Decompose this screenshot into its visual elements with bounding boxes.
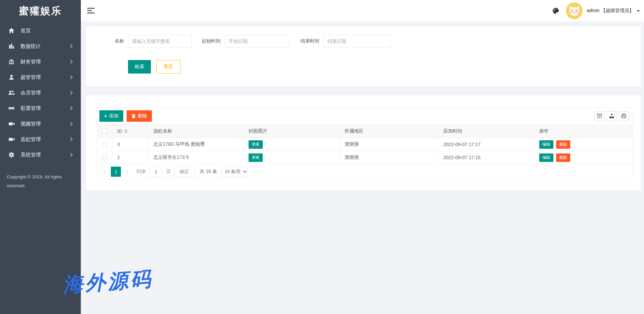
sidebar: 蜜獾娱乐 首页 数据统计 财务管理 超管管理	[0, 0, 81, 314]
edit-button[interactable]: 编辑	[539, 153, 553, 162]
table-tools	[592, 111, 629, 121]
delete-button[interactable]: 删除	[127, 110, 152, 122]
home-icon	[8, 27, 15, 34]
column-header-region: 所属地区	[340, 124, 438, 138]
add-button[interactable]: + 添加	[99, 110, 123, 122]
menu-toggle-icon[interactable]	[87, 8, 95, 13]
sidebar-item-stats[interactable]: 数据统计	[0, 38, 81, 54]
chevron-right-icon	[69, 75, 72, 79]
column-header-name: 选妃名称	[148, 124, 244, 138]
view-button[interactable]: 查看	[249, 140, 263, 149]
sidebar-item-superadmin[interactable]: 超管管理	[0, 69, 81, 85]
copyright-text: Copyright © 2019. All rights reserved.	[0, 173, 74, 190]
goto-page-input[interactable]	[149, 167, 163, 177]
video-icon	[8, 120, 15, 127]
video-icon	[8, 136, 15, 143]
name-search-input[interactable]	[128, 35, 192, 48]
bank-icon	[8, 58, 15, 65]
pagination-bar: ‹ 1 › 到第 页 确定 共 10 条 10 条/页	[97, 164, 632, 179]
sidebar-item-label: 系统管理	[21, 152, 41, 158]
current-page-button[interactable]: 1	[111, 167, 121, 177]
sidebar-item-home[interactable]: 首页	[0, 23, 81, 38]
table-row: 2 北京留学生173 5 查看 测测测 2022-09-07 17:15 编辑 …	[97, 151, 632, 164]
column-header-actions: 操作	[534, 124, 632, 138]
print-icon[interactable]	[619, 111, 629, 121]
sidebar-item-videos[interactable]: 视频管理	[0, 116, 81, 132]
table-container: + 添加 删除	[97, 107, 633, 179]
app-logo: 蜜獾娱乐	[0, 0, 81, 22]
sidebar-item-label: 选妃管理	[21, 136, 41, 143]
cell-name: 北京170D 马甲线 蜜桃臀	[148, 138, 244, 151]
cell-id: 2	[112, 151, 148, 164]
header-checkbox-cell	[97, 124, 112, 138]
start-date-input[interactable]	[225, 35, 288, 48]
total-count-label: 共 10 条	[200, 169, 217, 175]
prev-page-icon[interactable]: ‹	[99, 167, 109, 177]
export-icon[interactable]	[607, 111, 617, 121]
search-form-row: 名称 起始时间 结束时间	[115, 35, 391, 48]
name-label: 名称	[115, 38, 124, 44]
gamepad-icon	[8, 105, 15, 112]
sidebar-item-members[interactable]: 会员管理	[0, 85, 81, 101]
chevron-down-icon	[637, 10, 640, 12]
column-header-time: 添加时间	[438, 124, 534, 138]
sidebar-menu: 首页 数据统计 财务管理 超管管理 会	[0, 22, 81, 163]
user-name-label: admin 【超级管理员】	[587, 8, 634, 14]
search-panel: 名称 起始时间 结束时间 检索 重置	[86, 26, 641, 87]
chevron-right-icon	[69, 91, 72, 94]
sidebar-item-finance[interactable]: 财务管理	[0, 54, 81, 69]
start-time-label: 起始时间	[202, 38, 221, 44]
top-header: admin 【超级管理员】	[81, 0, 644, 22]
chevron-right-icon	[69, 106, 72, 110]
chevron-right-icon	[69, 137, 72, 141]
search-buttons: 检索 重置	[128, 60, 181, 74]
gear-icon	[8, 151, 15, 158]
user-icon	[8, 74, 15, 81]
sidebar-item-girls[interactable]: 选妃管理	[0, 132, 81, 147]
palette-icon[interactable]	[552, 7, 560, 15]
table-header-row: ID 选妃名称 封面图片 所属地区 添加时间 操作	[97, 124, 632, 138]
table-row: 3 北京170D 马甲线 蜜桃臀 查看 测测测 2022-09-07 17:17…	[97, 138, 632, 151]
avatar[interactable]	[566, 2, 583, 19]
end-time-label: 结束时间	[300, 38, 319, 44]
chevron-right-icon	[69, 153, 72, 156]
sort-icon[interactable]	[124, 129, 128, 133]
column-header-cover: 封面图片	[244, 124, 340, 138]
header-right: admin 【超级管理员】	[552, 0, 640, 22]
end-date-input[interactable]	[324, 35, 391, 48]
chart-icon	[8, 43, 15, 50]
goto-confirm-button[interactable]: 确定	[174, 167, 194, 177]
row-checkbox[interactable]	[102, 155, 107, 160]
user-menu[interactable]: admin 【超级管理员】	[587, 8, 640, 14]
cell-region: 测测测	[340, 138, 438, 151]
cell-id: 3	[112, 138, 148, 151]
sidebar-item-label: 会员管理	[21, 90, 41, 96]
chevron-right-icon	[69, 44, 72, 48]
sidebar-item-label: 彩票管理	[21, 105, 41, 112]
row-delete-button[interactable]: 删除	[556, 140, 570, 149]
row-delete-button[interactable]: 删除	[556, 153, 570, 162]
row-checkbox[interactable]	[102, 142, 107, 147]
reset-button[interactable]: 重置	[156, 60, 181, 74]
sidebar-item-label: 数据统计	[21, 43, 41, 50]
page-unit-label: 页	[166, 169, 171, 175]
view-button[interactable]: 查看	[249, 153, 263, 162]
edit-button[interactable]: 编辑	[539, 140, 553, 149]
column-header-id[interactable]: ID	[112, 124, 148, 138]
sidebar-item-lottery[interactable]: 彩票管理	[0, 101, 81, 116]
chevron-right-icon	[69, 60, 72, 63]
search-button[interactable]: 检索	[128, 60, 151, 74]
chevron-right-icon	[69, 122, 72, 125]
plus-icon: +	[104, 113, 107, 119]
goto-label: 到第	[136, 169, 146, 175]
cell-region: 测测测	[340, 151, 438, 164]
sidebar-item-system[interactable]: 系统管理	[0, 147, 81, 163]
sidebar-item-label: 视频管理	[21, 121, 41, 127]
next-page-icon[interactable]: ›	[122, 167, 132, 177]
select-all-checkbox[interactable]	[102, 129, 107, 134]
sidebar-item-label: 首页	[21, 28, 31, 34]
columns-icon[interactable]	[594, 111, 605, 121]
page-size-select[interactable]: 10 条/页	[222, 167, 248, 177]
sidebar-item-label: 超管管理	[21, 74, 41, 81]
cell-time: 2022-09-07 17:15	[438, 151, 534, 164]
